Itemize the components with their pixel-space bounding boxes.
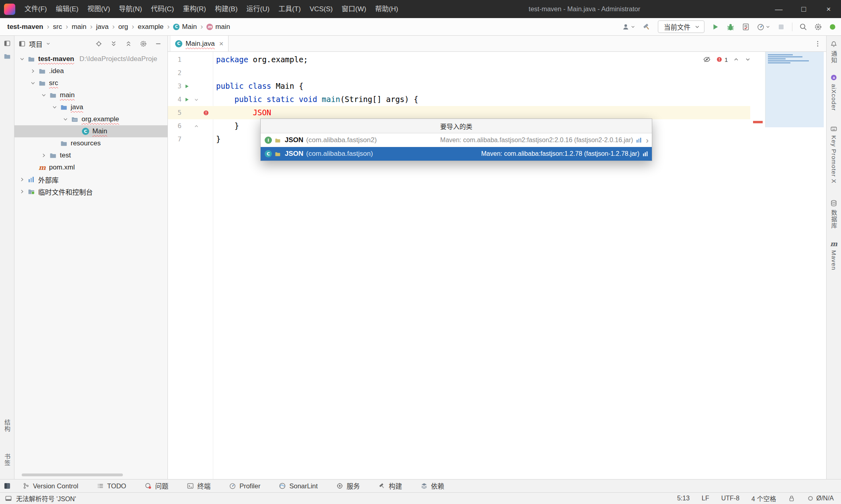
minimap[interactable] <box>765 52 824 127</box>
settings-button[interactable] <box>814 23 822 31</box>
minimize-button[interactable]: — <box>766 0 791 18</box>
breadcrumb-item-5[interactable]: example <box>138 23 163 31</box>
menu-item-10[interactable]: 窗口(W) <box>337 0 371 18</box>
build-project-button[interactable] <box>642 22 651 31</box>
tree-item-4[interactable]: java <box>14 101 167 113</box>
run-button[interactable] <box>711 23 719 31</box>
toolwindow-build[interactable]: 构建 <box>378 481 402 491</box>
breadcrumb-item-0[interactable]: test-maven <box>7 23 43 31</box>
gutter-fold[interactable] <box>192 97 201 102</box>
collapse-all-icon[interactable] <box>125 40 132 47</box>
tab-main-java[interactable]: C Main.java × <box>170 36 229 51</box>
toolwindow-services[interactable]: 服务 <box>336 481 360 491</box>
search-everywhere-button[interactable] <box>799 23 807 31</box>
menu-item-6[interactable]: 构建(B) <box>210 0 242 18</box>
tree-item-10[interactable]: 外部库 <box>14 173 167 186</box>
close-tab-icon[interactable]: × <box>219 40 224 47</box>
panel-settings-icon[interactable] <box>140 40 147 47</box>
gutter-run[interactable] <box>182 97 192 102</box>
stripe-kpx[interactable]: Key Promoter X <box>830 125 837 184</box>
toolwindow-dependencies[interactable]: 依赖 <box>420 481 444 491</box>
breadcrumb-item-4[interactable]: org <box>118 23 128 31</box>
menu-item-8[interactable]: 工具(T) <box>274 0 305 18</box>
debug-button[interactable] <box>726 22 735 31</box>
menu-item-4[interactable]: 代码(C) <box>147 0 179 18</box>
indent-style[interactable]: 4 个空格 <box>751 494 776 503</box>
breadcrumb-item-1[interactable]: src <box>53 23 62 31</box>
tool-window-switcher-icon[interactable] <box>3 482 11 490</box>
panel-title[interactable]: 项目 <box>29 39 43 49</box>
stop-button[interactable] <box>777 23 785 31</box>
menu-item-11[interactable]: 帮助(H) <box>371 0 403 18</box>
breadcrumb-item-6[interactable]: CMain <box>173 23 197 31</box>
tree-item-11[interactable]: 临时文件和控制台 <box>14 186 167 198</box>
horizontal-scrollbar[interactable] <box>22 473 123 476</box>
close-button[interactable]: × <box>816 0 841 18</box>
tree-item-3[interactable]: main <box>14 89 167 101</box>
toolwindow-terminal[interactable]: 终端 <box>187 481 210 491</box>
stripe-database[interactable]: 数据库 <box>830 200 838 229</box>
stripe-bell[interactable]: 通知 <box>830 41 838 63</box>
menu-item-9[interactable]: VCS(S) <box>305 0 337 18</box>
stripe-maven-stripe[interactable]: mMaven <box>830 240 837 270</box>
menu-item-1[interactable]: 编辑(E) <box>51 0 83 18</box>
tree-item-2[interactable]: src <box>14 77 167 89</box>
toolwindow-branch[interactable]: Version Control <box>22 482 78 490</box>
tree-item-6[interactable]: CMain <box>14 125 167 137</box>
folder-stripe-icon[interactable] <box>4 53 11 60</box>
code-text[interactable]: } <box>216 133 220 146</box>
code-text[interactable]: } <box>216 119 239 133</box>
stripe-bottom-1[interactable]: 书签 <box>3 453 11 466</box>
toolwindow-sonarlint[interactable]: SonarLint <box>279 482 318 490</box>
gutter-run[interactable] <box>182 84 192 89</box>
highlight-level-icon[interactable] <box>703 55 711 63</box>
tree-item-0[interactable]: test-mavenD:\IdeaProjects\IdeaProje <box>14 53 167 65</box>
caret-position[interactable]: 5:13 <box>677 495 690 502</box>
maximize-button[interactable]: □ <box>791 0 816 18</box>
code-text[interactable]: package org.example; <box>216 53 308 66</box>
stripe-bottom-0[interactable]: 结构 <box>3 419 11 432</box>
tree-item-9[interactable]: mpom.xml <box>14 161 167 173</box>
next-error-icon[interactable] <box>745 56 751 63</box>
hide-panel-icon[interactable] <box>155 40 162 47</box>
memory-indicator[interactable]: Ø/N/A <box>807 495 834 502</box>
locate-file-icon[interactable] <box>95 40 102 47</box>
project-stripe-icon[interactable] <box>4 40 11 47</box>
import-option-0[interactable]: IJSON(com.alibaba.fastjson2)Maven: com.a… <box>261 133 652 147</box>
menu-item-2[interactable]: 视图(V) <box>83 0 114 18</box>
line-separator[interactable]: LF <box>702 495 709 502</box>
readonly-lock-icon[interactable] <box>788 495 795 502</box>
run-config-combo[interactable]: 当前文件 <box>658 20 704 33</box>
menu-item-0[interactable]: 文件(F) <box>20 0 51 18</box>
tree-item-5[interactable]: org.example <box>14 113 167 125</box>
tree-item-8[interactable]: test <box>14 149 167 161</box>
menu-item-3[interactable]: 导航(N) <box>114 0 147 18</box>
breadcrumb-item-3[interactable]: java <box>96 23 108 31</box>
code-text[interactable]: public class Main { <box>216 80 303 93</box>
code-text[interactable]: public static void main(String[] args) { <box>216 93 418 106</box>
menu-item-7[interactable]: 运行(U) <box>242 0 274 18</box>
plugin-status-icon[interactable] <box>829 23 836 31</box>
error-count-badge[interactable]: 1 <box>716 56 728 63</box>
stripe-aix[interactable]: aaiXcoder <box>830 74 837 111</box>
file-encoding[interactable]: UTF-8 <box>721 495 739 502</box>
tree-item-7[interactable]: resources <box>14 137 167 149</box>
toggle-panel-icon[interactable] <box>5 495 12 502</box>
toolwindow-problems[interactable]: 问题 <box>145 481 168 491</box>
chevron-down-icon[interactable] <box>46 41 51 46</box>
menu-item-5[interactable]: 重构(R) <box>178 0 210 18</box>
profiler-button[interactable] <box>757 23 770 31</box>
prev-error-icon[interactable] <box>733 56 739 63</box>
profile-button[interactable] <box>622 23 635 31</box>
toolwindow-todo[interactable]: TODO <box>97 482 126 490</box>
expand-all-icon[interactable] <box>110 40 117 47</box>
more-chevron[interactable]: › <box>646 136 649 144</box>
tree-item-1[interactable]: .idea <box>14 65 167 77</box>
breadcrumb-item-2[interactable]: main <box>71 23 86 31</box>
import-option-1[interactable]: CJSON(com.alibaba.fastjson)Maven: com.al… <box>261 147 652 161</box>
gutter-fold[interactable] <box>192 123 201 129</box>
run-with-coverage-button[interactable] <box>742 23 750 31</box>
code-text[interactable]: JSON <box>216 106 271 119</box>
breadcrumb-item-7[interactable]: mmain <box>206 23 230 31</box>
toolwindow-profiler[interactable]: Profiler <box>229 482 260 490</box>
